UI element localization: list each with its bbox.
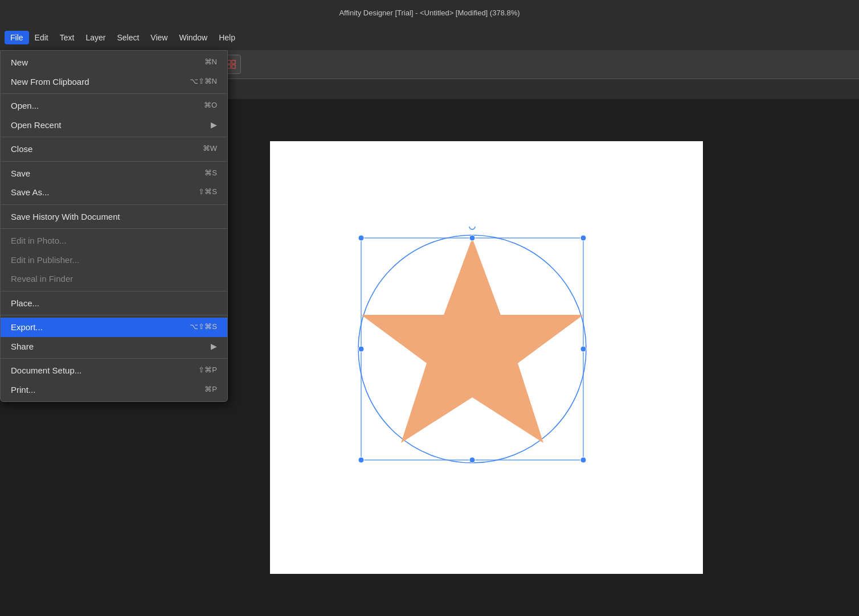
menu-item-print-label: Print... (11, 384, 35, 396)
menu-item-save-shortcut: ⌘S (204, 169, 217, 178)
menu-help[interactable]: Help (213, 31, 241, 44)
menu-item-new-from-clipboard-shortcut: ⌥⇧⌘N (190, 77, 217, 87)
menu-divider-5 (1, 228, 227, 229)
svg-point-24 (358, 235, 364, 241)
menu-window[interactable]: Window (173, 31, 213, 44)
menu-item-close[interactable]: Close ⌘W (1, 139, 227, 159)
menu-item-close-shortcut: ⌘W (203, 144, 217, 154)
menu-item-print[interactable]: Print... ⌘P (1, 380, 227, 400)
svg-point-30 (469, 457, 475, 463)
menu-item-new-shortcut: ⌘N (204, 58, 217, 67)
menu-item-print-shortcut: ⌘P (204, 385, 217, 395)
menu-item-new-from-clipboard[interactable]: New From Clipboard ⌥⇧⌘N (1, 72, 227, 92)
svg-point-28 (580, 346, 586, 352)
star-shape-container[interactable] (350, 227, 595, 471)
menu-item-save[interactable]: Save ⌘S (1, 164, 227, 183)
menu-item-new[interactable]: New ⌘N (1, 53, 227, 72)
menu-divider-8 (1, 358, 227, 359)
svg-point-29 (358, 457, 364, 463)
svg-point-32 (469, 227, 475, 229)
svg-point-26 (580, 235, 586, 241)
svg-point-25 (469, 235, 475, 241)
star-svg (350, 227, 595, 471)
title-bar: Affinity Designer [Trial] - <Untitled> [… (0, 0, 859, 25)
menu-item-open-recent[interactable]: Open Recent ▶ (1, 116, 227, 135)
menu-item-export-label: Export... (11, 322, 43, 333)
svg-rect-18 (232, 60, 235, 64)
menu-item-open-recent-arrow: ▶ (211, 120, 217, 130)
menu-item-place-label: Place... (11, 298, 39, 309)
menu-item-open[interactable]: Open... ⌘O (1, 96, 227, 116)
menu-item-open-shortcut: ⌘O (204, 101, 217, 110)
menu-item-reveal-finder-label: Reveal in Finder (11, 273, 73, 285)
menu-view[interactable]: View (145, 31, 173, 44)
menu-layer[interactable]: Layer (80, 31, 111, 44)
menu-item-save-history[interactable]: Save History With Document (1, 207, 227, 227)
menu-edit[interactable]: Edit (29, 31, 54, 44)
menu-item-close-label: Close (11, 143, 32, 155)
menu-item-document-setup[interactable]: Document Setup... ⇧⌘P (1, 361, 227, 380)
menu-select[interactable]: Select (111, 31, 145, 44)
menu-item-save-as-label: Save As... (11, 187, 50, 198)
menu-item-save-as-shortcut: ⇧⌘S (198, 187, 217, 197)
menu-item-reveal-finder: Reveal in Finder (1, 269, 227, 289)
menu-item-document-setup-shortcut: ⇧⌘P (198, 366, 217, 375)
menu-divider-7 (1, 315, 227, 315)
menu-item-share-label: Share (11, 341, 34, 352)
menu-divider-3 (1, 161, 227, 162)
svg-point-27 (358, 346, 364, 352)
canvas-white (270, 141, 703, 574)
menu-item-edit-publisher: Edit in Publisher... (1, 250, 227, 270)
menu-item-save-history-label: Save History With Document (11, 211, 120, 223)
menu-bar: File Edit Text Layer Select View Window … (0, 25, 859, 50)
menu-item-save-label: Save (11, 168, 30, 179)
svg-point-31 (580, 457, 586, 463)
menu-file[interactable]: File (5, 31, 29, 44)
svg-rect-20 (232, 65, 235, 68)
menu-item-new-from-clipboard-label: New From Clipboard (11, 76, 89, 88)
file-dropdown-menu: New ⌘N New From Clipboard ⌥⇧⌘N Open... ⌘… (0, 50, 228, 402)
menu-item-open-label: Open... (11, 100, 39, 112)
svg-marker-22 (361, 238, 583, 443)
menu-item-document-setup-label: Document Setup... (11, 365, 81, 376)
menu-item-new-label: New (11, 57, 28, 68)
title-bar-text: Affinity Designer [Trial] - <Untitled> [… (339, 9, 520, 17)
menu-item-open-recent-label: Open Recent (11, 120, 61, 131)
menu-item-share-arrow: ▶ (211, 341, 217, 351)
menu-item-export-shortcut: ⌥⇧⌘S (190, 322, 217, 332)
menu-item-export[interactable]: Export... ⌥⇧⌘S (1, 318, 227, 337)
menu-divider-2 (1, 137, 227, 137)
menu-item-edit-photo-label: Edit in Photo... (11, 235, 67, 247)
menu-divider-6 (1, 291, 227, 291)
menu-divider-4 (1, 204, 227, 205)
menu-divider-1 (1, 93, 227, 94)
menu-item-edit-publisher-label: Edit in Publisher... (11, 254, 79, 266)
menu-item-place[interactable]: Place... (1, 294, 227, 313)
menu-item-share[interactable]: Share ▶ (1, 337, 227, 356)
menu-item-edit-photo: Edit in Photo... (1, 231, 227, 250)
menu-text[interactable]: Text (54, 31, 80, 44)
menu-item-save-as[interactable]: Save As... ⇧⌘S (1, 183, 227, 202)
